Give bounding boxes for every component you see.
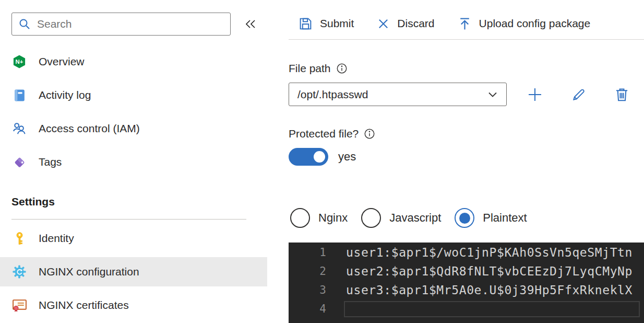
line-text: user3:$apr1$Mr5A0e.U$0j39Hp5FfxRkneklX [346, 283, 633, 297]
protected-file-label: Protected file? [289, 128, 359, 140]
submit-button[interactable]: Submit [299, 17, 354, 31]
pencil-icon [571, 87, 587, 102]
radio-label: Javascript [389, 211, 441, 225]
activity-log-icon [11, 87, 27, 103]
discard-label: Discard [397, 17, 434, 30]
sidebar-item-label: Activity log [39, 89, 91, 101]
radio-label: Plaintext [483, 211, 527, 225]
line-number: 3 [289, 284, 326, 296]
gear-icon [11, 264, 27, 280]
line-text: user2:$apr1$QdR8fNLT$vbCEEzDj7LyqCMyNp [346, 264, 633, 278]
command-bar: Submit Discard Upload config package [299, 11, 590, 36]
upload-label: Upload config package [479, 17, 591, 30]
protected-file-toggle[interactable] [289, 148, 328, 166]
toggle-knob [314, 151, 325, 163]
sidebar-item-nginx-configuration[interactable]: NGINX configuration [0, 257, 267, 286]
svg-text:N+: N+ [16, 59, 23, 65]
upload-icon [458, 17, 472, 31]
protected-file-label-row: Protected file? [289, 128, 375, 140]
sidebar-item-activity-log[interactable]: Activity log [0, 80, 267, 110]
radio-circle [290, 208, 310, 228]
save-icon [299, 17, 313, 31]
sidebar-item-nginx-certificates[interactable]: NGINX certificates [0, 291, 267, 320]
radio-circle [361, 208, 381, 228]
search-icon [18, 18, 31, 30]
dismiss-icon [377, 17, 390, 30]
delete-file-button[interactable] [612, 83, 631, 106]
config-code-editor[interactable]: 1 user1:$apr1$/woC1jnP$KAh0SsVn5qeSMjTtn… [289, 243, 644, 323]
access-control-icon [11, 121, 27, 136]
info-icon[interactable] [336, 63, 348, 74]
search-input[interactable] [37, 18, 224, 30]
radio-javascript[interactable]: Javascript [361, 208, 441, 228]
line-text: user1:$apr1$/woC1jnP$KAh0SsVn5qeSMjTtn [346, 246, 633, 259]
editor-line: 1 user1:$apr1$/woC1jnP$KAh0SsVn5qeSMjTtn [289, 243, 644, 262]
chevron-down-icon [487, 89, 498, 100]
sidebar-item-label: NGINX certificates [39, 299, 129, 312]
sidebar-item-identity[interactable]: Identity [0, 224, 267, 253]
key-icon [11, 230, 27, 246]
sidebar-item-label: NGINX configuration [39, 266, 139, 278]
add-file-button[interactable] [525, 83, 545, 106]
radio-circle [455, 208, 474, 228]
sidebar-item-label: Identity [39, 232, 74, 245]
sidebar-item-overview[interactable]: N+ Overview [0, 47, 267, 76]
settings-group-header: Settings [11, 195, 55, 208]
nginx-logo-icon: N+ [11, 54, 27, 70]
tag-icon [11, 154, 27, 170]
trash-icon [614, 87, 629, 102]
sidebar-item-label: Tags [39, 156, 62, 168]
file-path-label-row: File path [289, 62, 348, 75]
settings-divider [11, 219, 246, 220]
sidebar-item-label: Overview [39, 55, 85, 68]
toggle-state-label: yes [338, 150, 356, 164]
format-radio-group: Nginx Javascript Plaintext [290, 208, 541, 228]
collapse-sidebar-icon[interactable] [243, 17, 258, 31]
radio-label: Nginx [318, 211, 348, 225]
search-box[interactable] [11, 13, 231, 36]
edit-file-button[interactable] [569, 83, 589, 106]
sidebar-item-label: Access control (IAM) [39, 122, 140, 135]
editor-line: 2 user2:$apr1$QdR8fNLT$vbCEEzDj7LyqCMyNp [289, 262, 644, 281]
radio-plaintext[interactable]: Plaintext [455, 208, 527, 228]
file-path-label: File path [289, 62, 331, 75]
upload-config-package-button[interactable]: Upload config package [458, 17, 591, 31]
certificate-icon [11, 297, 27, 313]
sidebar-item-access-control[interactable]: Access control (IAM) [0, 114, 267, 143]
line-number: 4 [289, 303, 326, 315]
line-number: 2 [289, 265, 326, 278]
sidebar: N+ Overview Activity log [0, 0, 267, 323]
current-line-indicator [344, 301, 640, 317]
info-icon[interactable] [364, 128, 375, 140]
line-number: 1 [289, 246, 326, 259]
plus-icon [527, 86, 543, 103]
radio-nginx[interactable]: Nginx [290, 208, 348, 228]
sidebar-item-tags[interactable]: Tags [0, 147, 267, 177]
submit-label: Submit [320, 17, 354, 30]
toolbar-divider [289, 39, 644, 40]
discard-button[interactable]: Discard [377, 17, 434, 30]
editor-line: 3 user3:$apr1$Mr5A0e.U$0j39Hp5FfxRkneklX [289, 281, 644, 299]
file-path-value: /opt/.htpasswd [297, 88, 368, 101]
file-path-combobox[interactable]: /opt/.htpasswd [289, 83, 507, 106]
nginx-configuration-page: N+ Overview Activity log [0, 0, 644, 323]
